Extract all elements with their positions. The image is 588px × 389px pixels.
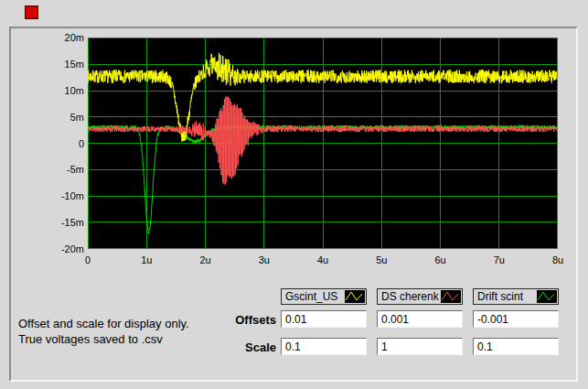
note-text: Offset and scale for display only. True … — [18, 316, 189, 347]
y-tick-label: 15m — [13, 58, 84, 70]
scale-input-drift-scint[interactable] — [473, 338, 559, 355]
front-panel: 20m15m10m5m0-5m-10m-15m-20m 01u2u3u4u5u6… — [9, 27, 578, 382]
y-tick-label: -15m — [13, 216, 84, 229]
offsets-label: Offsets — [192, 313, 276, 327]
x-tick-label: 5u — [361, 254, 401, 266]
x-tick-label: 0 — [68, 254, 108, 266]
note-line-1: Offset and scale for display only. — [18, 316, 189, 331]
legend-label: Drift scint — [477, 290, 523, 303]
y-tick-label: -10m — [13, 189, 84, 202]
waveform-sample-icon — [537, 290, 557, 303]
legend-item-ds-cherenk[interactable]: DS cherenk — [377, 288, 463, 305]
scale-label: Scale — [192, 340, 276, 354]
offset-input-drift-scint[interactable] — [473, 310, 559, 328]
x-tick-label: 7u — [479, 254, 519, 266]
x-tick-label: 3u — [244, 254, 284, 266]
y-tick-label: -5m — [13, 163, 84, 176]
y-tick-label: 20m — [13, 31, 84, 44]
offset-input-gscint-us[interactable] — [281, 310, 367, 328]
offset-input-ds-cherenk[interactable] — [377, 310, 463, 328]
scale-input-ds-cherenk[interactable] — [377, 338, 463, 355]
x-tick-label: 6u — [421, 254, 461, 266]
x-tick-label: 8u — [538, 254, 578, 266]
x-tick-label: 4u — [303, 254, 343, 266]
legend-item-gscint-us[interactable]: Gscint_US — [281, 288, 367, 305]
legend-label: DS cherenk — [381, 290, 439, 303]
x-tick-label: 1u — [126, 254, 166, 266]
legend-item-drift-scint[interactable]: Drift scint — [473, 288, 559, 305]
abort-button[interactable] — [25, 5, 38, 19]
scale-input-gscint-us[interactable] — [281, 338, 367, 355]
waveform-sample-icon — [441, 290, 461, 303]
waveform-plot — [88, 38, 558, 249]
x-tick-label: 2u — [186, 254, 226, 266]
y-tick-label: 0 — [13, 137, 84, 150]
y-tick-label: 10m — [13, 84, 84, 97]
waveform-sample-icon — [345, 290, 365, 303]
legend-label: Gscint_US — [285, 290, 337, 303]
note-line-2: True voltages saved to .csv — [18, 331, 189, 347]
y-tick-label: 5m — [13, 111, 84, 124]
